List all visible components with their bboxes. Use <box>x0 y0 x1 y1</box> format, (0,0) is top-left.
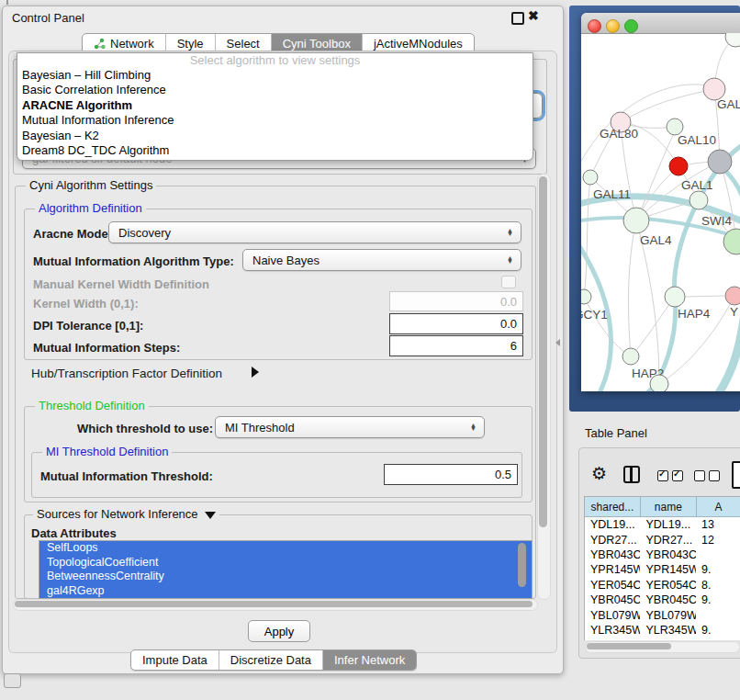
table-cell: YIL052C <box>640 638 695 640</box>
control-panel-title: Control Panel <box>12 11 84 25</box>
table-header-cell[interactable]: name <box>641 497 697 516</box>
mi-steps-field[interactable]: 6 <box>389 335 523 356</box>
algorithm-option[interactable]: Bayesian – K2 <box>17 129 533 143</box>
algorithm-option[interactable]: Basic Correlation Inference <box>17 83 533 97</box>
aracne-mode-combo[interactable]: Discovery ▲▼ <box>108 221 521 243</box>
table-cell: YPR145W <box>640 562 695 577</box>
table-header-cell[interactable]: shared... <box>585 497 641 516</box>
tab-label: jActiveMNodules <box>374 37 463 51</box>
attribute-item-selected[interactable]: gal4RGexp <box>39 584 532 599</box>
attribute-item-selected[interactable]: BetweennessCentrality <box>39 570 532 584</box>
data-attributes-list[interactable]: SelfLoopsTopologicalCoefficientBetweenne… <box>39 540 533 599</box>
table-row[interactable]: YLR345WYLR345W9. <box>585 623 740 638</box>
attributes-list-scrollbar[interactable] <box>518 543 526 587</box>
network-node-gal1[interactable] <box>669 157 688 175</box>
sources-title: Sources for Network Inference <box>33 508 219 521</box>
bottom-tab-discretize-data[interactable]: Discretize Data <box>219 650 322 670</box>
settings-vscroll-track[interactable] <box>537 174 551 600</box>
sources-title-text: Sources for Network Inference <box>37 507 198 521</box>
network-graph[interactable]: GALGAL80GAL10GAL1GAL11GAL4SWI4GCY1HAP4YH… <box>581 33 740 391</box>
close-icon[interactable]: ✖ <box>528 8 539 23</box>
node-table[interactable]: shared...nameAYDL19...YDL19...13YDR27...… <box>584 496 740 640</box>
network-node[interactable] <box>708 150 732 174</box>
network-edge <box>629 220 636 356</box>
collapse-arrow-icon[interactable] <box>205 512 216 519</box>
table-row[interactable]: YBR045CYBR045C9. <box>585 593 740 607</box>
show-columns-icon[interactable] <box>657 470 683 481</box>
network-edge-teal <box>719 320 740 391</box>
expander-arrow-icon[interactable] <box>252 367 259 378</box>
settings-hscroll-track[interactable] <box>13 599 538 611</box>
mi-type-label: Mutual Information Algorithm Type: <box>33 254 234 268</box>
export-table-icon[interactable] <box>732 461 740 489</box>
network-node[interactable] <box>650 375 668 391</box>
table-row[interactable]: YBR043CYBR043C <box>585 548 740 562</box>
attribute-item-selected[interactable]: SelfLoops <box>39 541 532 556</box>
table-row[interactable]: YBL079WYBL079W <box>585 607 740 622</box>
table-row[interactable]: YPR145WYPR145W9. <box>585 562 740 577</box>
minimize-traffic-icon[interactable] <box>606 19 620 33</box>
settings-vscroll-thumb[interactable] <box>539 176 547 527</box>
network-node[interactable] <box>690 191 708 209</box>
kernel-width-field[interactable]: 0.0 <box>389 291 523 311</box>
table-cell: YBL079W <box>640 607 695 622</box>
table-cell: YPR145W <box>585 562 640 577</box>
attribute-item-selected[interactable]: TopologicalCoefficient <box>39 556 532 570</box>
network-node-label: Y <box>730 305 738 319</box>
which-threshold-value: MI Threshold <box>225 421 295 435</box>
zoom-traffic-icon[interactable] <box>624 19 638 33</box>
network-node-gal4[interactable] <box>623 208 649 233</box>
apply-button[interactable]: Apply <box>248 620 310 642</box>
columns-divider <box>630 468 632 481</box>
network-node-gcy1[interactable] <box>581 289 591 304</box>
hide-columns-icon[interactable] <box>694 470 720 481</box>
bottom-tab-infer-network[interactable]: Infer Network <box>322 650 416 670</box>
table-panel-title: Table Panel <box>585 426 647 440</box>
threshold-definition-title: Threshold Definition <box>35 400 149 412</box>
manual-kernel-label: Manual Kernel Width Definition <box>33 277 209 291</box>
network-node-y[interactable] <box>725 287 740 305</box>
mi-type-combo[interactable]: Naive Bayes ▲▼ <box>242 249 521 271</box>
table-row[interactable]: YDR27...YDR27...12 <box>585 532 740 547</box>
which-threshold-combo[interactable]: MI Threshold ▲▼ <box>215 416 485 438</box>
algorithm-options: Bayesian – Hill ClimbingBasic Correlatio… <box>17 68 533 158</box>
algorithm-dropdown-list: Select algorithm to view settings Bayesi… <box>17 52 533 161</box>
aracne-mode-label: Aracne Mode: <box>33 227 112 241</box>
float-window-icon[interactable] <box>511 12 524 25</box>
algorithm-option[interactable]: Dream8 DC_TDC Algorithm <box>17 143 533 158</box>
table-hscroll-track[interactable] <box>585 641 740 653</box>
table-row[interactable]: YER054CYER054C8. <box>585 578 740 593</box>
network-edge <box>685 296 724 297</box>
dpi-tolerance-field[interactable]: 0.0 <box>389 313 523 334</box>
network-node-hap2[interactable] <box>622 348 639 365</box>
algorithm-definition-title: Algorithm Definition <box>35 202 146 215</box>
table-cell: YLR345W <box>640 623 695 638</box>
algorithm-option[interactable]: Mutual Information Inference <box>17 113 533 128</box>
mi-threshold-field[interactable]: 0.5 <box>384 464 518 485</box>
columns-icon[interactable] <box>623 466 640 483</box>
network-node-hap4[interactable] <box>665 287 685 307</box>
settings-hscroll-thumb[interactable] <box>15 601 533 607</box>
table-row[interactable]: YDL19...YDL19...13 <box>585 517 740 532</box>
manual-kernel-checkbox[interactable] <box>501 276 516 288</box>
algorithm-option[interactable]: ARACNE Algorithm <box>17 98 533 113</box>
algorithm-option[interactable]: Bayesian – Hill Climbing <box>17 68 533 83</box>
splitter-handle-icon[interactable] <box>555 339 560 346</box>
stepper-icon: ▲▼ <box>507 229 513 236</box>
table-cell: YDR27... <box>585 532 640 547</box>
gear-icon[interactable]: ⚙ <box>591 463 607 484</box>
close-traffic-icon[interactable] <box>588 19 601 33</box>
table-row[interactable]: YIL052CYIL052C9. <box>585 638 740 640</box>
mi-steps-label: Mutual Information Steps: <box>33 341 180 355</box>
network-edge <box>621 89 714 122</box>
table-header-cell[interactable]: A <box>697 497 740 516</box>
bottom-tab-impute-data[interactable]: Impute Data <box>131 650 219 670</box>
algorithm-dropdown-prompt: Select algorithm to view settings <box>17 53 533 68</box>
stepper-icon: ▲▼ <box>507 256 513 264</box>
table-cell: YDL19... <box>640 517 695 532</box>
table-hscroll-thumb[interactable] <box>587 643 671 649</box>
network-window-titlebar[interactable] <box>581 13 740 34</box>
network-node-gal11[interactable] <box>583 170 598 185</box>
minimized-panel-icon[interactable] <box>4 673 21 688</box>
network-view-window[interactable]: GALGAL80GAL10GAL1GAL11GAL4SWI4GCY1HAP4YH… <box>581 13 740 391</box>
